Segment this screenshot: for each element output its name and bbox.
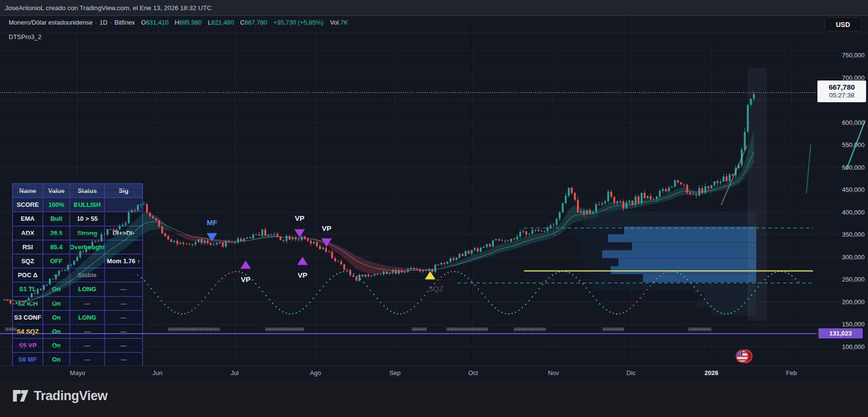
candle-body: [362, 275, 364, 277]
oscillator-dot: [653, 282, 654, 282]
volume-profile-bar: [611, 266, 756, 274]
oscillator-dot: [596, 300, 597, 301]
oscillator-dot: [754, 290, 755, 291]
candle-body: [346, 269, 348, 270]
candle-body: [698, 188, 700, 195]
oscillator-dot: [269, 299, 270, 300]
oscillator-dot: [785, 272, 786, 273]
oscillator-dot: [208, 293, 209, 294]
oscillator-dot: [151, 288, 152, 289]
price-tick-label: 550,000: [816, 141, 868, 148]
trend-cloud: [296, 238, 441, 274]
candle-body: [407, 269, 409, 271]
oscillator-dot: [259, 287, 260, 288]
candle-body: [610, 191, 612, 197]
candle-body: [629, 201, 631, 202]
candle-body: [577, 200, 579, 213]
volume-profile-bar: [697, 300, 756, 308]
candle-body: [410, 268, 412, 269]
oscillator-dot: [147, 284, 148, 285]
volume-profile-bar: [632, 242, 756, 251]
oscillator-dot: [178, 313, 179, 314]
volume-profile-bar: [618, 258, 756, 267]
candle-body: [316, 242, 318, 246]
candle-body: [753, 94, 755, 99]
faint-projection-line: [806, 145, 811, 194]
symbol-name: Monero/Dólar estadounidense: [9, 19, 92, 26]
indicator-legend[interactable]: DTSPro3_2: [9, 33, 41, 40]
candle-body: [468, 251, 470, 254]
candle-body: [10, 301, 12, 304]
candle-body: [398, 270, 400, 274]
oscillator-dot: [778, 271, 779, 272]
table-row: S4 SQZOn——: [13, 324, 143, 338]
candle-body: [713, 181, 715, 185]
time-tick-label: Oct: [456, 369, 490, 377]
oscillator-dot: [518, 309, 519, 310]
oscillator-dot: [184, 313, 185, 314]
table-cell-value: On: [43, 352, 70, 366]
candle-body: [149, 213, 151, 216]
candle-body: [601, 203, 603, 205]
table-header-cell: Sig: [105, 184, 143, 198]
low-value: 621,480: [211, 19, 234, 26]
oscillator-dot: [367, 286, 368, 287]
candle-body: [434, 265, 436, 272]
oscillator-dot: [795, 278, 796, 279]
projection-column: [748, 67, 767, 321]
usa-flag-icon[interactable]: [734, 348, 754, 367]
countdown-timer: 05:27:38: [829, 92, 855, 100]
symbol-legend[interactable]: Monero/Dólar estadounidense·1D·Bitfinex …: [9, 19, 348, 26]
table-cell-status: Stable: [70, 268, 105, 282]
table-cell-name: S3 CONF: [13, 310, 43, 324]
candle-body: [231, 242, 233, 243]
oscillator-dot: [397, 313, 398, 314]
vp-marker-label: VP: [241, 275, 250, 283]
oscillator-dot: [751, 295, 752, 296]
candle-body: [662, 189, 664, 191]
candle-body: [6, 299, 8, 300]
table-cell-name: S6 MF: [13, 352, 43, 366]
candle-body: [631, 201, 633, 204]
candle-body: [353, 275, 355, 277]
candle-body: [589, 210, 591, 214]
oscillator-dot: [485, 297, 486, 298]
candle-body: [747, 105, 749, 132]
candle-body: [483, 247, 485, 248]
candle-body: [522, 231, 524, 232]
candle-body: [195, 242, 197, 245]
candle-body: [274, 234, 276, 234]
candle-body: [180, 243, 182, 244]
oscillator-dot: [421, 299, 421, 300]
trend-line[interactable]: [721, 146, 747, 205]
candle-body: [492, 240, 494, 246]
oscillator-dot: [775, 272, 776, 273]
table-cell-sig: —: [105, 310, 143, 324]
table-cell-value: OFF: [43, 254, 70, 268]
oscillator-dot: [313, 298, 314, 299]
oscillator-dot: [495, 308, 496, 309]
oscillator-dot: [181, 313, 182, 314]
candle-body: [677, 180, 679, 182]
tradingview-logo[interactable]: TradingView: [13, 389, 107, 404]
oscillator-dot: [640, 297, 641, 298]
tradingview-logo-icon: [13, 389, 29, 404]
oscillator-dot: [616, 313, 617, 314]
table-row: SQZOFFMom 1.76 ↑: [13, 254, 143, 268]
candle-body: [607, 191, 609, 201]
candle-body: [183, 243, 184, 244]
oscillator-dot: [478, 289, 479, 290]
oscillator-dot: [646, 289, 647, 290]
oscillator-dot: [721, 312, 722, 313]
time-axis[interactable]: [0, 365, 868, 382]
candle-body: [176, 241, 178, 244]
price-axis[interactable]: 750,000700,000600,000550,000500,000450,0…: [814, 16, 868, 365]
currency-button[interactable]: USD: [825, 17, 861, 31]
candle-body: [416, 269, 418, 269]
oscillator-dot: [592, 296, 593, 296]
candle-body: [513, 239, 515, 239]
candle-body: [540, 231, 542, 231]
candle-body: [283, 240, 285, 241]
oscillator-dot: [262, 291, 263, 292]
oscillator-dot: [158, 296, 158, 297]
